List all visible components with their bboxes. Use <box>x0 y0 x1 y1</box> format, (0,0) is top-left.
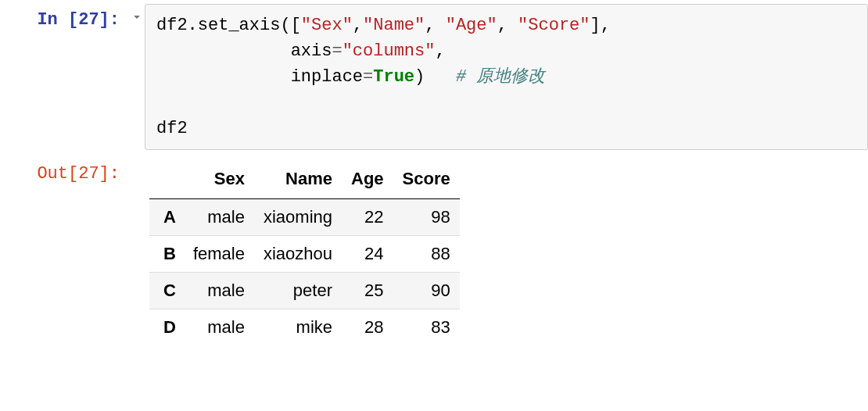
table-row: D male mike 28 83 <box>149 309 460 346</box>
cell-value: female <box>184 236 254 273</box>
table-row: B female xiaozhou 24 88 <box>149 236 460 273</box>
cell-value: peter <box>254 273 342 309</box>
table-row: A male xiaoming 22 98 <box>149 199 460 236</box>
col-header: Name <box>254 161 342 199</box>
dataframe-table: Sex Name Age Score A male xiaoming 22 98… <box>149 161 460 345</box>
chevron-down-icon <box>132 13 142 22</box>
code-input-area[interactable]: df2.set_axis(["Sex","Name", "Age", "Scor… <box>145 4 868 150</box>
row-index: B <box>149 236 184 273</box>
cell-value: xiaoming <box>254 199 342 236</box>
row-index: C <box>149 273 184 309</box>
cell-value: 24 <box>342 236 393 273</box>
row-index: A <box>149 199 184 236</box>
input-prompt: In [27]: <box>0 4 129 30</box>
output-toggle-spacer <box>129 158 145 166</box>
code-content: df2.set_axis(["Sex","Name", "Age", "Scor… <box>156 13 856 141</box>
cell-value: 88 <box>393 236 460 273</box>
cell-value: mike <box>254 309 342 346</box>
cell-value: 90 <box>393 273 460 309</box>
cell-value: male <box>184 199 254 236</box>
cell-value: xiaozhou <box>254 236 342 273</box>
table-corner <box>149 161 184 199</box>
row-index: D <box>149 309 184 346</box>
table-header-row: Sex Name Age Score <box>149 161 460 199</box>
cell-value: 22 <box>342 199 393 236</box>
col-header: Age <box>342 161 393 199</box>
cell-value: 25 <box>342 273 393 309</box>
output-prompt: Out[27]: <box>0 158 129 184</box>
cell-value: 98 <box>393 199 460 236</box>
cell-value: 28 <box>342 309 393 346</box>
cell-value: 83 <box>393 309 460 346</box>
output-cell: Out[27]: Sex Name Age Score A male xiaom… <box>0 154 868 349</box>
cell-value: male <box>184 309 254 346</box>
output-area: Sex Name Age Score A male xiaoming 22 98… <box>145 158 868 345</box>
col-header: Score <box>393 161 460 199</box>
collapse-toggle[interactable] <box>129 4 145 24</box>
table-row: C male peter 25 90 <box>149 273 460 309</box>
cell-value: male <box>184 273 254 309</box>
input-cell: In [27]: df2.set_axis(["Sex","Name", "Ag… <box>0 0 868 154</box>
col-header: Sex <box>184 161 254 199</box>
